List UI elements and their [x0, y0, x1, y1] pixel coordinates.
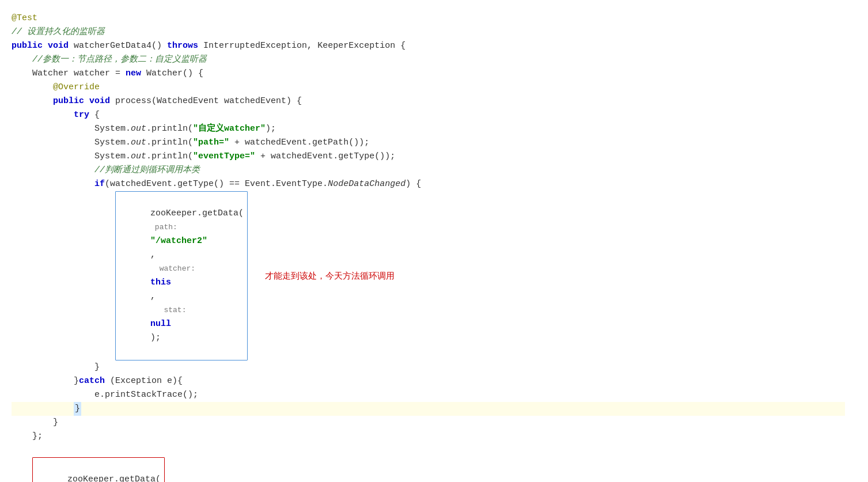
line-process-sig: public void process(WatchedEvent watched…: [12, 94, 845, 108]
watcher-line2: Watcher() {: [141, 67, 203, 81]
indent4b: [12, 416, 53, 430]
zk1-end: );: [150, 333, 161, 343]
method-name: watcherGetData4(): [69, 39, 167, 53]
zk1-comma2: ,: [150, 291, 156, 301]
if-text: (watchedEvent.getType() == Event.EventTy…: [105, 177, 328, 191]
out3: out: [131, 150, 146, 164]
line-if: if (watchedEvent.getType() == Event.Even…: [12, 177, 845, 191]
mid2: + watchedEvent.getPath());: [229, 136, 369, 150]
keyword-throws: throws: [167, 39, 198, 53]
line-zookeeper1: zooKeeper.getData( path: "/watcher2" , w…: [12, 191, 845, 360]
line-comment1: // 设置持久化的监听器: [12, 25, 845, 39]
indent10: [12, 269, 115, 283]
process-sig: process(WatchedEvent watchedEvent) {: [110, 94, 302, 108]
indent6: [12, 108, 74, 122]
line-closing-if: }: [12, 360, 845, 374]
indent6c: [12, 402, 74, 416]
if-end: ) {: [405, 177, 421, 191]
line-comment3: //判断通过则循环调用本类: [12, 164, 845, 177]
out2: out: [131, 136, 146, 150]
annotation-test: @Test: [12, 12, 37, 25]
line-println3: System. out .println( "eventType=" + wat…: [12, 150, 845, 164]
indent8: [12, 122, 94, 136]
line-comment2: //参数一：节点路径，参数二：自定义监听器: [12, 53, 845, 67]
out1: out: [131, 122, 146, 136]
space: [43, 39, 48, 53]
zookeeper1-boxed: zooKeeper.getData( path: "/watcher2" , w…: [115, 191, 248, 360]
comment1: // 设置持久化的监听器: [12, 25, 105, 39]
indent8d: [12, 164, 94, 177]
indent8g: [12, 388, 94, 402]
keyword-public2: public: [53, 94, 84, 108]
closing-watcher: };: [32, 430, 43, 443]
indent2: [12, 53, 32, 67]
zookeeper2-boxed: zooKeeper.getData( path: "/watcher2" , w…: [32, 457, 165, 482]
zk1-stat-hint: stat:: [150, 306, 191, 314]
keyword-new: new: [126, 67, 141, 81]
keyword-try: try: [74, 108, 89, 122]
line-closing-watcher: };: [12, 430, 845, 443]
dot2: .println(: [146, 136, 193, 150]
zk1-path-hint: path:: [150, 223, 182, 231]
line-println1: System. out .println( "自定义watcher" );: [12, 122, 845, 136]
annotation-override: @Override: [53, 81, 100, 94]
throws-text: InterruptedException, KeeperException {: [198, 39, 405, 53]
indent8c: [12, 150, 94, 164]
print-stack: e.printStackTrace();: [94, 388, 198, 402]
system2: System.: [94, 136, 131, 150]
end1: );: [266, 122, 276, 136]
node-data-changed: NodeDataChanged: [328, 177, 405, 191]
keyword-void: void: [48, 39, 69, 53]
dot3: .println(: [146, 150, 193, 164]
comment2: //参数一：节点路径，参数二：自定义监听器: [32, 53, 207, 67]
watcher-line: Watcher watcher =: [32, 67, 126, 81]
zk1-pre: zooKeeper.getData(: [150, 208, 244, 218]
closing-process: }: [53, 416, 58, 430]
line-closing-catch: }: [12, 402, 845, 416]
red-comment1: 才能走到该处，今天方法循环调用: [265, 269, 395, 283]
indent2: [12, 67, 32, 81]
zk1-this: this: [150, 278, 171, 287]
indent2b: [12, 430, 32, 443]
line-blank: [12, 443, 845, 457]
str1: "自定义watcher": [193, 122, 266, 136]
zk1-path-val: "/watcher2": [150, 236, 207, 246]
dot1: .println(: [146, 122, 193, 136]
indent6b: [12, 374, 74, 388]
closing-if: }: [94, 360, 100, 374]
keyword-void2: void: [89, 94, 110, 108]
line-zookeeper2: zooKeeper.getData( path: "/watcher2" , w…: [12, 457, 845, 482]
str3: "eventType=": [193, 150, 255, 164]
line-closing-process: }: [12, 416, 845, 430]
comment3: //判断通过则循环调用本类: [94, 164, 200, 177]
indent8e: [12, 177, 94, 191]
indent8f: [12, 360, 94, 374]
indent8b: [12, 136, 94, 150]
keyword-catch: catch: [79, 374, 105, 388]
system3: System.: [94, 150, 131, 164]
indent4: [12, 81, 53, 94]
indent4: [12, 94, 53, 108]
catch-line: }: [74, 374, 79, 388]
zk2-pre: zooKeeper.getData(: [67, 475, 161, 482]
line-method-sig: public void watcherGetData4() throws Int…: [12, 39, 845, 53]
system1: System.: [94, 122, 131, 136]
catch-rest: (Exception e){: [105, 374, 183, 388]
line-catch: } catch (Exception e){: [12, 374, 845, 388]
line-try: try {: [12, 108, 845, 122]
space2: [84, 94, 89, 108]
zk1-null: null: [150, 319, 171, 329]
line-override: @Override: [12, 81, 845, 94]
line-print-stack: e.printStackTrace();: [12, 388, 845, 402]
keyword-public: public: [12, 39, 43, 53]
keyword-if: if: [94, 177, 105, 191]
line-annotation: @Test: [12, 12, 845, 25]
mid3: + watchedEvent.getType());: [255, 150, 395, 164]
line-watcher-decl: Watcher watcher = new Watcher() {: [12, 67, 845, 81]
closing-catch-brace: }: [74, 402, 81, 416]
line-println2: System. out .println( "path=" + watchedE…: [12, 136, 845, 150]
zk1-watcher-hint: watcher:: [150, 264, 200, 273]
try-brace: {: [89, 108, 100, 122]
code-container: @Test // 设置持久化的监听器 public void watcherGe…: [0, 0, 868, 482]
str2: "path=": [193, 136, 229, 150]
